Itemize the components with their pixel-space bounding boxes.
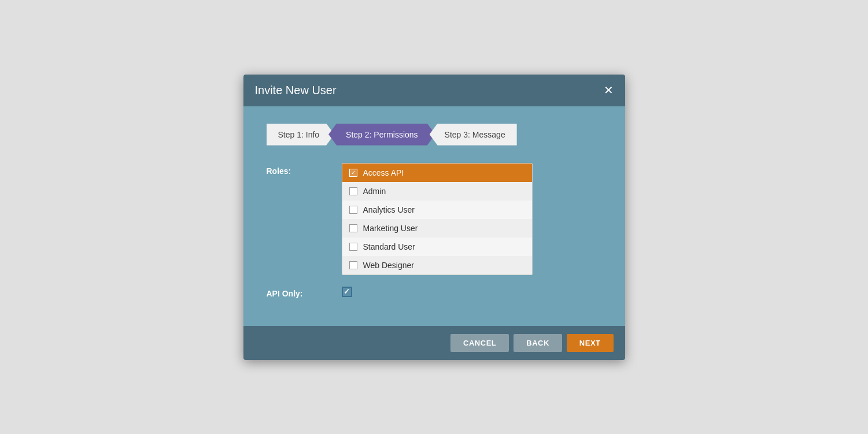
modal-overlay: Invite New User ✕ Step 1: Info Step 2: P…	[0, 0, 868, 434]
roles-row: Roles: ✓ Access API Admin Ana	[267, 163, 602, 275]
role-item-standard-user[interactable]: Standard User	[342, 238, 532, 256]
api-only-checkmark: ✓	[343, 287, 350, 296]
step-2-label: Step 2: Permissions	[328, 124, 435, 146]
role-checkbox-standard-user[interactable]	[349, 243, 357, 251]
stepper: Step 1: Info Step 2: Permissions Step 3:…	[267, 124, 602, 146]
back-button[interactable]: BACK	[514, 334, 562, 352]
role-label-access-api: Access API	[363, 168, 404, 177]
api-only-label: API Only:	[267, 285, 342, 298]
roles-label: Roles:	[267, 163, 342, 176]
role-item-access-api[interactable]: ✓ Access API	[342, 164, 532, 182]
step-1: Step 1: Info	[267, 124, 335, 146]
roles-list: ✓ Access API Admin Analytics User	[342, 163, 533, 275]
step-3: Step 3: Message	[435, 124, 517, 146]
role-item-web-designer[interactable]: Web Designer	[342, 256, 532, 275]
close-button[interactable]: ✕	[604, 84, 614, 96]
modal-title: Invite New User	[255, 84, 337, 97]
role-checkbox-web-designer[interactable]	[349, 261, 357, 269]
role-item-analytics-user[interactable]: Analytics User	[342, 201, 532, 219]
role-item-marketing-user[interactable]: Marketing User	[342, 219, 532, 238]
next-button[interactable]: NEXT	[567, 334, 614, 352]
modal-footer: CANCEL BACK NEXT	[243, 326, 625, 360]
role-label-admin: Admin	[363, 187, 386, 196]
modal-header: Invite New User ✕	[243, 75, 625, 106]
role-label-analytics-user: Analytics User	[363, 205, 415, 214]
role-checkbox-access-api[interactable]: ✓	[349, 169, 357, 177]
invite-user-modal: Invite New User ✕ Step 1: Info Step 2: P…	[243, 75, 625, 360]
cancel-button[interactable]: CANCEL	[450, 334, 509, 352]
step-3-label: Step 3: Message	[430, 124, 517, 146]
api-only-row: API Only: ✓	[267, 285, 602, 298]
role-label-web-designer: Web Designer	[363, 261, 414, 270]
role-checkbox-admin[interactable]	[349, 187, 357, 195]
modal-body: Step 1: Info Step 2: Permissions Step 3:…	[243, 106, 625, 326]
role-label-standard-user: Standard User	[363, 242, 415, 251]
role-item-admin[interactable]: Admin	[342, 182, 532, 201]
step-1-label: Step 1: Info	[267, 124, 335, 146]
step-2: Step 2: Permissions	[334, 124, 435, 146]
role-checkbox-marketing-user[interactable]	[349, 224, 357, 232]
role-checkbox-analytics-user[interactable]	[349, 206, 357, 214]
role-label-marketing-user: Marketing User	[363, 224, 418, 233]
api-only-checkbox[interactable]: ✓	[342, 287, 352, 297]
